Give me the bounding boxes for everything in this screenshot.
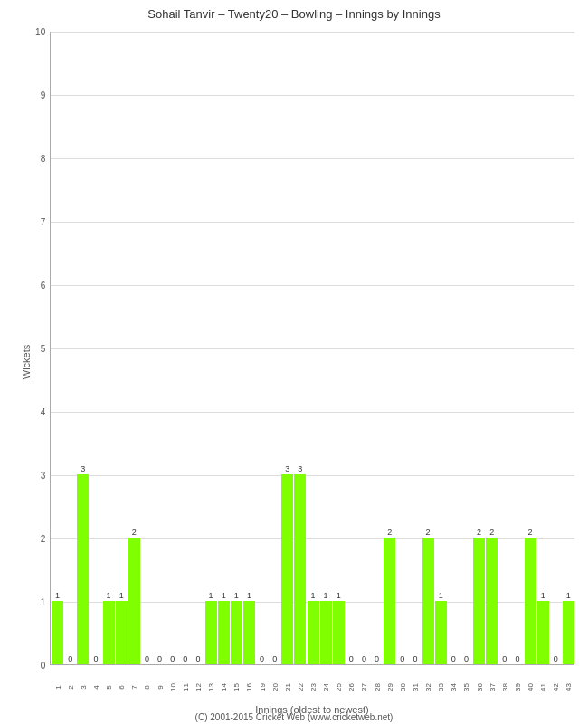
- bar-value-label: 3: [75, 464, 90, 473]
- x-tick-label: 11: [181, 683, 189, 691]
- y-tick-label: 3: [41, 471, 46, 481]
- bar: [294, 474, 306, 664]
- bar-value-label: 1: [50, 591, 65, 600]
- bar: [384, 538, 395, 664]
- bar: [205, 601, 217, 664]
- x-tick-label: 5: [105, 685, 113, 689]
- bar: [52, 601, 63, 664]
- bar: [308, 601, 319, 664]
- footer: (C) 2001-2015 Cricket Web (www.cricketwe…: [0, 712, 588, 722]
- grid-line: [51, 222, 574, 223]
- y-tick-label: 9: [41, 90, 46, 100]
- y-tick-label: 1: [41, 597, 46, 607]
- bar-value-label: 1: [561, 591, 576, 600]
- bar: [537, 601, 549, 664]
- x-tick-label: 42: [552, 683, 560, 691]
- bar-value-label: 2: [523, 528, 538, 537]
- x-tick-label: 37: [488, 683, 496, 691]
- y-tick-label: 0: [41, 661, 46, 671]
- grid-line: [51, 475, 574, 476]
- x-tick-label: 20: [270, 683, 279, 691]
- x-tick-label: 29: [385, 683, 394, 691]
- y-tick-label: 2: [41, 534, 46, 544]
- x-tick-label: 9: [156, 685, 164, 689]
- x-tick-label: 39: [513, 683, 521, 691]
- bar: [218, 601, 230, 664]
- x-tick-label: 21: [283, 683, 291, 691]
- x-tick-label: 28: [373, 683, 381, 691]
- bar: [486, 538, 498, 664]
- y-tick-label: 6: [41, 281, 46, 291]
- x-tick-label: 3: [79, 685, 87, 689]
- bar: [422, 538, 434, 664]
- x-tick-label: 41: [539, 683, 547, 691]
- bar: [281, 474, 293, 664]
- chart-container: Sohail Tanvir – Twenty20 – Bowling – Inn…: [0, 0, 588, 724]
- bar-value-label: 1: [331, 591, 346, 600]
- bar: [473, 538, 485, 664]
- x-tick-label: 38: [500, 683, 508, 691]
- bar: [333, 601, 345, 664]
- bar-value-label: 3: [292, 464, 308, 473]
- bar-value-label: 2: [382, 528, 397, 537]
- x-tick-label: 24: [322, 683, 330, 691]
- x-tick-label: 14: [220, 683, 228, 691]
- x-tick-label: 4: [91, 685, 100, 689]
- bar: [243, 601, 255, 664]
- x-tick-label: 30: [398, 683, 406, 691]
- x-tick-label: 12: [194, 683, 202, 691]
- x-tick-label: 13: [207, 683, 215, 691]
- bar: [320, 601, 332, 664]
- x-tick-label: 27: [360, 683, 368, 691]
- x-tick-label: 40: [526, 683, 535, 691]
- bar: [77, 474, 89, 664]
- y-tick-label: 10: [35, 27, 45, 37]
- x-tick-label: 35: [462, 683, 470, 691]
- bar-value-label: 0: [369, 654, 384, 663]
- chart-area: 0123456789101102330415162708090100110121…: [50, 32, 574, 665]
- bar-value-label: 0: [407, 654, 422, 663]
- bar: [231, 601, 242, 664]
- grid-line: [51, 285, 574, 286]
- x-tick-label: 25: [335, 683, 343, 691]
- bar-value-label: 0: [548, 654, 564, 663]
- x-tick-label: 26: [347, 683, 356, 691]
- y-tick-label: 7: [41, 217, 46, 227]
- x-tick-label: 8: [143, 685, 151, 689]
- x-tick-label: 33: [437, 683, 445, 691]
- y-axis-label: Wickets: [21, 345, 32, 380]
- bar-value-label: 1: [114, 591, 129, 600]
- x-tick-label: 2: [66, 685, 74, 689]
- x-tick-label: 23: [309, 683, 318, 691]
- chart-title: Sohail Tanvir – Twenty20 – Bowling – Inn…: [0, 0, 588, 24]
- x-tick-label: 6: [118, 685, 126, 689]
- x-tick-label: 32: [424, 683, 432, 691]
- y-tick-label: 5: [41, 344, 46, 354]
- bar-value-label: 0: [88, 654, 103, 663]
- bar-value-label: 2: [127, 528, 142, 537]
- bar: [103, 601, 115, 664]
- x-tick-label: 16: [245, 683, 253, 691]
- x-tick-label: 22: [296, 683, 304, 691]
- x-tick-label: 7: [130, 685, 138, 689]
- y-tick-label: 4: [41, 407, 46, 417]
- x-tick-label: 43: [564, 683, 573, 691]
- x-tick-label: 1: [53, 685, 62, 689]
- bar: [435, 601, 447, 664]
- bar-value-label: 1: [242, 591, 257, 600]
- bar-value-label: 0: [267, 654, 282, 663]
- grid-line: [51, 95, 574, 96]
- bar-value-label: 2: [484, 528, 499, 537]
- x-tick-label: 34: [450, 683, 458, 691]
- bar: [116, 601, 128, 664]
- bar-value-label: 0: [62, 654, 78, 663]
- bar-value-label: 1: [536, 591, 551, 600]
- x-tick-label: 36: [475, 683, 483, 691]
- x-tick-label: 15: [232, 683, 241, 691]
- bar: [563, 601, 574, 664]
- bar-value-label: 0: [459, 654, 474, 663]
- bar-value-label: 0: [509, 654, 525, 663]
- x-tick-label: 19: [258, 683, 266, 691]
- bar-value-label: 2: [421, 528, 436, 537]
- x-tick-label: 31: [411, 683, 419, 691]
